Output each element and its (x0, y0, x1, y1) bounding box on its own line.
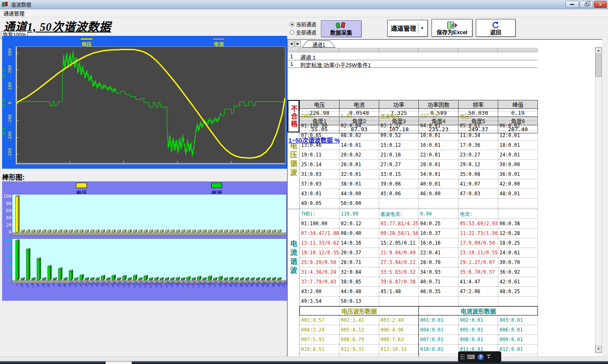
radio-all-channels-dot[interactable] (290, 30, 294, 35)
ime-minimize-icon[interactable] (487, 355, 490, 356)
scrollbar-thumb[interactable] (595, 55, 602, 77)
harmonic-cell: 50:0.00 (339, 199, 379, 208)
voltage-axis-tick-label: 300 (7, 45, 12, 59)
waveform-chart-panel: 电压 电流 3002001000-100-200-3000.10.0-0.1 (2, 36, 287, 169)
bar-x-tick (220, 283, 220, 286)
bar-x-tick (27, 283, 27, 286)
harmonic-cell: 40:0.01 (419, 179, 459, 189)
bar-x-tick (204, 283, 204, 286)
column-header-cell (458, 48, 498, 52)
save-excel-button[interactable]: X 保存为Excel (432, 19, 472, 37)
bar-x-tick (214, 283, 214, 286)
current-axis-tick-label: -0.1 (1, 125, 6, 140)
harmonic-cell: 42:0.00 (498, 179, 538, 189)
harmonic-cell: 06:0.02 (498, 121, 538, 131)
tab-channel-1[interactable]: 通道1 (302, 40, 336, 48)
harmonic-cell: 03:77.81/4.25 (379, 219, 419, 229)
current-line-swatch (212, 38, 225, 40)
harmonic-cell: 41:0.07 (459, 179, 498, 189)
maximize-button[interactable] (580, 1, 593, 8)
harmonic-header-cell: THDi: (300, 209, 339, 219)
harmonic-cell: 27:3.94/0.22 (379, 258, 419, 267)
bar-axis-tick (10, 225, 12, 225)
harmonic-cell: 39:6.87/0.38 (379, 277, 419, 287)
harmonic-cell: 23:10.11/0.55 (459, 248, 498, 258)
bar-x-tick (123, 283, 124, 286)
harmonic-cell: 39:0.06 (379, 179, 419, 189)
harmonic-header-cell: 1.92 (339, 111, 379, 121)
bar-x-tick (171, 283, 172, 286)
bar-axis-tick (10, 280, 12, 280)
back-button[interactable]: 返回 (476, 19, 516, 37)
harmonic-header-cell (498, 209, 538, 219)
bar-x-tick (59, 283, 60, 286)
bar-x-tick (70, 283, 71, 286)
keyboard-icon[interactable]: ⌨ (467, 354, 475, 360)
waveform-cell: 008:0.01 (459, 335, 498, 345)
scroll-up-icon[interactable]: ▲ (595, 47, 602, 54)
bar-x-tick (268, 283, 268, 286)
current-axis-tick-label: 0.1 (1, 66, 6, 81)
bar-x-tick (193, 283, 193, 286)
harmonic-cell: 23:0.27 (459, 150, 498, 160)
bar-x-tick (241, 283, 242, 286)
close-button[interactable]: ✕ (594, 1, 607, 8)
harmonic-cell: 12:0.01 (498, 131, 538, 140)
column-header-cell (288, 48, 299, 52)
bar-x-tick (107, 283, 108, 286)
bar-x-tick (81, 283, 81, 286)
ime-drag-handle[interactable] (460, 354, 464, 360)
maximize-icon (585, 3, 589, 6)
bar-x-tick (75, 283, 76, 286)
radio-all-channels[interactable]: 全部通道 (290, 29, 316, 36)
voltage-axis-tick-label: -200 (7, 129, 12, 144)
harmonic-cell: 32:0.01 (339, 170, 379, 179)
menu-channel-management[interactable]: 通道管理 (0, 9, 28, 17)
taskbar-button[interactable] (106, 361, 132, 364)
voltage-harmonics-table: THDu:1.92基波电压:227.13电压:01:100.0002:0.040… (299, 111, 538, 208)
summary-header-cell: 功率 (379, 100, 419, 109)
harmonic-cell: 16:0.16 (419, 238, 459, 248)
tab-scroll-left[interactable]: ◀ (288, 40, 294, 47)
bar-x-tick (257, 283, 258, 286)
vertical-scrollbar[interactable]: ▲ ▼ (595, 47, 602, 353)
radio-current-channel[interactable]: 当前通道 (290, 21, 316, 28)
waveform-cell: 003:2.40 (379, 315, 419, 325)
help-icon[interactable]: ? (478, 354, 484, 360)
voltage-axis-tick-label: 200 (7, 62, 12, 76)
scroll-down-icon[interactable]: ▼ (595, 346, 602, 353)
bar-x-tick (198, 283, 198, 286)
harmonic-cell: 24:0.61 (498, 248, 538, 258)
harmonic-cell: 24:0.01 (498, 150, 538, 160)
data-collect-button[interactable]: 数据采集 (321, 20, 361, 37)
harmonic-header-cell: 110.99 (339, 209, 379, 219)
bar-x-tick (65, 283, 65, 286)
harmonic-cell (419, 199, 459, 208)
bar-axis-tick (10, 264, 12, 264)
bar-x-tick (129, 283, 129, 286)
bar-axis-tick (10, 272, 12, 272)
bar-x-tick (252, 283, 252, 286)
harmonic-cell: 20:0.37 (339, 248, 379, 258)
harmonic-cell: 33:0.15 (379, 170, 419, 179)
ime-options-arrow-icon[interactable]: ▼ (487, 356, 490, 359)
bar-x-tick (86, 283, 87, 286)
voltage-axis-tick-label: 100 (7, 79, 12, 93)
harmonic-cell: 14:0.01 (339, 140, 379, 150)
tab-scroll-right[interactable]: ▶ (295, 40, 301, 47)
harmonic-header-cell: 电流: (459, 209, 498, 219)
harmonic-cell: 48:0.25 (498, 287, 538, 297)
harmonic-cell: 08:0.02 (339, 131, 379, 140)
bar-x-tick (38, 283, 38, 286)
dropdown-arrow-icon[interactable]: ▼ (418, 23, 424, 34)
channel-manage-button[interactable]: 通道管理 ▼ (387, 20, 428, 37)
radio-current-channel-dot[interactable] (290, 22, 294, 27)
harmonic-cell: 01:100.00 (300, 121, 339, 131)
bar-x-tick (22, 283, 22, 286)
waveform-cell: 004:3.24 (300, 325, 339, 335)
column-header-cell (379, 48, 418, 52)
minimize-button[interactable] (565, 1, 579, 8)
harmonic-cell: 02:0.04 (339, 121, 379, 131)
bar-x-tick (209, 283, 209, 286)
harmonic-header-cell: 0.04 (419, 209, 459, 219)
